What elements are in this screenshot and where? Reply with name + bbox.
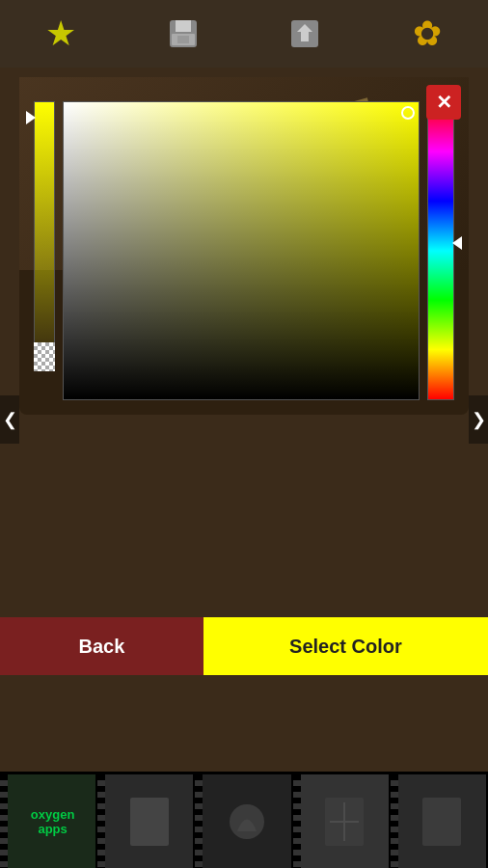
color-picker-area — [34, 101, 454, 400]
right-nav-arrow[interactable]: ❯ — [469, 395, 488, 444]
alpha-checker — [34, 342, 55, 371]
back-button[interactable]: Back — [0, 617, 203, 675]
toolbar: ★ ✿ — [0, 0, 488, 68]
film-frame-4[interactable] — [293, 774, 391, 868]
film-perfs — [293, 774, 301, 868]
film-perfs — [97, 774, 105, 868]
film-frame-3-svg — [223, 793, 271, 851]
film-frame-4-svg — [320, 793, 368, 851]
left-nav-arrow[interactable]: ❮ — [0, 395, 19, 444]
film-frame-5[interactable] — [391, 774, 488, 868]
svg-rect-11 — [130, 798, 169, 846]
svg-rect-16 — [422, 798, 461, 846]
hue-arrow — [452, 236, 462, 250]
svg-rect-3 — [177, 36, 189, 43]
share-icon — [287, 16, 322, 51]
share-button[interactable] — [281, 10, 329, 58]
film-frame-2-svg — [125, 793, 174, 851]
save-button[interactable] — [159, 10, 207, 58]
film-perfs — [391, 774, 398, 868]
film-frame-3[interactable] — [195, 774, 292, 868]
save-icon — [166, 16, 201, 51]
hue-gradient — [427, 101, 454, 400]
filmstrip: oxygenapps — [0, 772, 488, 868]
select-color-button[interactable]: Select Color — [203, 617, 488, 675]
bottom-buttons: Back Select Color — [0, 617, 488, 675]
star-button[interactable]: ★ — [37, 10, 85, 58]
film-frame-1[interactable]: oxygenapps — [0, 774, 97, 868]
alpha-strip[interactable] — [34, 101, 55, 400]
film-perfs — [195, 774, 203, 868]
color-picker-modal: ✕ — [19, 77, 469, 415]
flower-icon: ✿ — [413, 14, 442, 54]
main-background: ❮ ❯ ✕ — [0, 68, 488, 772]
hue-strip[interactable] — [427, 101, 454, 400]
gradient-indicator[interactable] — [401, 106, 415, 120]
close-button[interactable]: ✕ — [426, 85, 461, 120]
flower-button[interactable]: ✿ — [403, 10, 451, 58]
gradient-canvas — [63, 101, 420, 400]
star-icon: ★ — [45, 16, 76, 51]
alpha-arrow — [26, 111, 36, 124]
film-frame-5-svg — [418, 793, 466, 851]
film-frame-2[interactable] — [97, 774, 195, 868]
svg-rect-1 — [176, 20, 191, 32]
film-perfs — [0, 774, 8, 868]
alpha-gradient — [34, 101, 55, 371]
film-frame-label-1: oxygenapps — [21, 807, 75, 836]
close-icon: ✕ — [436, 91, 452, 114]
color-gradient-box[interactable] — [63, 101, 420, 400]
